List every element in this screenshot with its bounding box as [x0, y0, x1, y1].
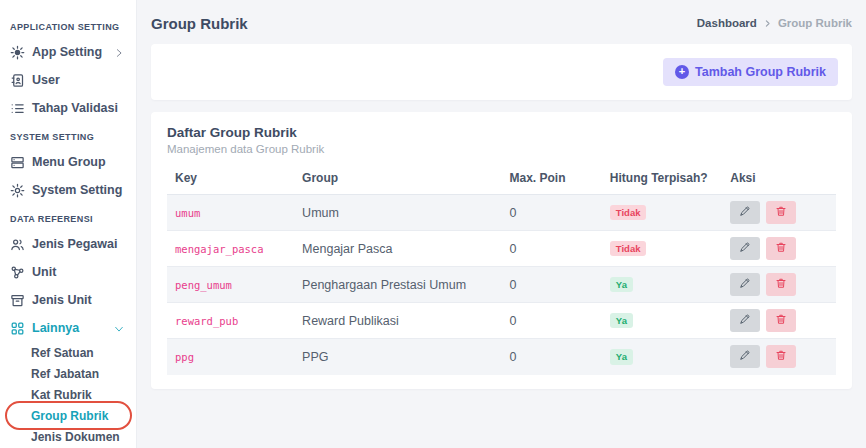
row-group: Mengajar Pasca [294, 231, 501, 267]
sidebar-subitem-label: Ref Satuan [31, 346, 94, 360]
column-header-group: Group [294, 162, 501, 195]
delete-button[interactable] [766, 345, 796, 368]
sidebar-subitem-group-rubrik[interactable]: Group Rubrik [0, 405, 136, 426]
hitung-terpisah-badge: Tidak [610, 205, 647, 221]
sidebar-subitem-ref-jabatan[interactable]: Ref Jabatan [0, 363, 136, 384]
sidebar-item-tahap-validasi[interactable]: Tahap Validasi [0, 94, 136, 122]
pencil-icon [739, 241, 751, 256]
gear-filled-icon [10, 45, 25, 60]
hitung-terpisah-badge: Ya [610, 277, 633, 293]
sidebar-item-user[interactable]: User [0, 66, 136, 94]
row-key: umum [175, 207, 200, 219]
users-icon [10, 237, 25, 252]
edit-button[interactable] [730, 309, 760, 332]
gear-icon [10, 183, 25, 198]
trash-icon [775, 205, 787, 220]
sidebar-item-jenis-pegawai[interactable]: Jenis Pegawai [0, 230, 136, 258]
breadcrumb: Dashboard Group Rubrik [697, 17, 852, 29]
sidebar-item-label: App Setting [32, 45, 102, 59]
sidebar-item-system-setting[interactable]: System Setting [0, 176, 136, 204]
trash-icon [775, 241, 787, 256]
row-group: Penghargaan Prestasi Umum [294, 267, 501, 303]
row-max-poin: 0 [501, 267, 601, 303]
sidebar-section-label: APPLICATION SETTING [0, 12, 136, 38]
table-row: peng_umumPenghargaan Prestasi Umum0Ya [167, 267, 836, 303]
delete-button[interactable] [766, 237, 796, 260]
sidebar-item-app-setting[interactable]: App Setting [0, 38, 136, 66]
edit-button[interactable] [730, 201, 760, 224]
trash-icon [775, 349, 787, 364]
edit-button[interactable] [730, 273, 760, 296]
table-row: reward_pubReward Publikasi0Ya [167, 303, 836, 339]
column-header-max-poin: Max. Poin [501, 162, 601, 195]
sidebar-item-menu-group[interactable]: Menu Group [0, 148, 136, 176]
row-group: Umum [294, 195, 501, 231]
row-key: reward_pub [175, 315, 238, 327]
column-header-key: Key [167, 162, 294, 195]
pencil-icon [739, 205, 751, 220]
sidebar-item-lainnya[interactable]: Lainnya [0, 314, 136, 342]
chevron-right-icon [763, 19, 772, 28]
sidebar-item-label: Tahap Validasi [32, 101, 118, 115]
table-row: ppgPPG0Ya [167, 339, 836, 375]
sidebar-item-label: Menu Group [32, 155, 106, 169]
sidebar-subitem-label: Jenis Dokumen [31, 430, 120, 444]
row-max-poin: 0 [501, 195, 601, 231]
row-key: ppg [175, 351, 194, 363]
sidebar-subitem-kat-rubrik[interactable]: Kat Rubrik [0, 384, 136, 405]
sidebar-item-unit[interactable]: Unit [0, 258, 136, 286]
add-group-rubrik-button[interactable]: + Tambah Group Rubrik [663, 58, 838, 86]
hitung-terpisah-badge: Tidak [610, 241, 647, 257]
pencil-icon [739, 313, 751, 328]
address-book-icon [10, 73, 25, 88]
server-icon [10, 155, 25, 170]
chevron-down-icon [114, 323, 124, 333]
card-title: Daftar Group Rubrik [167, 125, 836, 140]
sidebar-item-label: Jenis Pegawai [32, 237, 117, 251]
column-header-hitung-terpisah: Hitung Terpisah? [602, 162, 722, 195]
table-row: umumUmum0Tidak [167, 195, 836, 231]
list-icon [10, 101, 25, 116]
row-max-poin: 0 [501, 303, 601, 339]
table-header-row: KeyGroupMax. PoinHitung Terpisah?Aksi [167, 162, 836, 195]
page-title: Group Rubrik [151, 15, 248, 32]
delete-button[interactable] [766, 201, 796, 224]
group-rubrik-table: KeyGroupMax. PoinHitung Terpisah?Aksi um… [167, 162, 836, 375]
card-subtitle: Manajemen data Group Rubrik [167, 143, 836, 155]
sidebar-section-label: DATA REFERENSI [0, 204, 136, 230]
sidebar-subitem-jenis-dokumen[interactable]: Jenis Dokumen [0, 426, 136, 447]
grid-icon [10, 321, 25, 336]
main-content: Group Rubrik Dashboard Group Rubrik + Ta… [137, 0, 866, 448]
delete-button[interactable] [766, 309, 796, 332]
row-key: peng_umum [175, 279, 232, 291]
sidebar-item-label: System Setting [32, 183, 122, 197]
delete-button[interactable] [766, 273, 796, 296]
breadcrumb-current: Group Rubrik [778, 17, 852, 29]
sidebar-subitem-ref-satuan[interactable]: Ref Satuan [0, 342, 136, 363]
sidebar-section-label: SYSTEM SETTING [0, 122, 136, 148]
breadcrumb-dashboard-link[interactable]: Dashboard [697, 17, 757, 29]
sidebar-subitem-label: Group Rubrik [31, 409, 108, 423]
row-group: PPG [294, 339, 501, 375]
hitung-terpisah-badge: Ya [610, 349, 633, 365]
archive-icon [10, 293, 25, 308]
edit-button[interactable] [730, 237, 760, 260]
share-nodes-icon [10, 265, 25, 280]
sidebar-item-label: Lainnya [32, 321, 79, 335]
row-key: mengajar_pasca [175, 243, 264, 255]
sidebar-subitem-label: Kat Rubrik [31, 388, 92, 402]
row-max-poin: 0 [501, 339, 601, 375]
sidebar-item-label: Unit [32, 265, 56, 279]
edit-button[interactable] [730, 345, 760, 368]
group-rubrik-card: Daftar Group Rubrik Manajemen data Group… [151, 112, 852, 389]
sidebar-nav: APPLICATION SETTINGApp SettingUserTahap … [0, 12, 136, 447]
sidebar-subitem-label: Ref Jabatan [31, 367, 99, 381]
toolbar-card: + Tambah Group Rubrik [151, 44, 852, 100]
trash-icon [775, 277, 787, 292]
pencil-icon [739, 277, 751, 292]
column-header-aksi: Aksi [722, 162, 836, 195]
table-row: mengajar_pascaMengajar Pasca0Tidak [167, 231, 836, 267]
plus-circle-icon: + [675, 65, 689, 79]
sidebar-item-jenis-unit[interactable]: Jenis Unit [0, 286, 136, 314]
pencil-icon [739, 349, 751, 364]
